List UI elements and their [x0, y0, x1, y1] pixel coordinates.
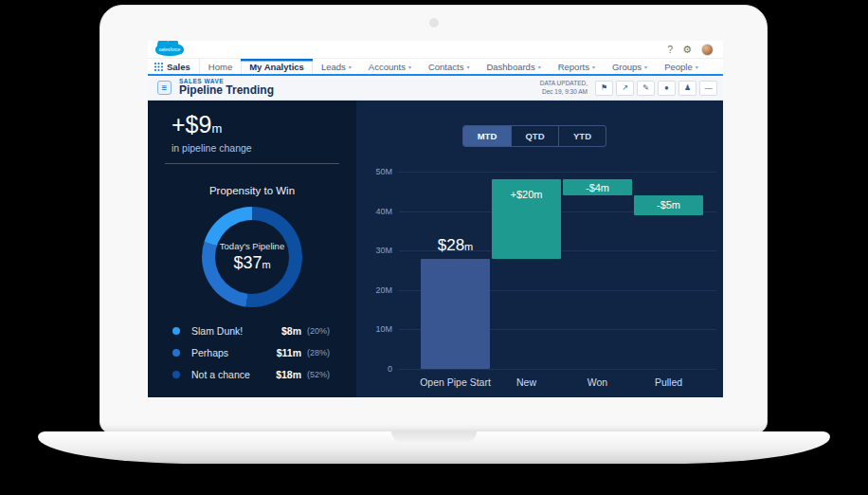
legend-dot [172, 371, 180, 378]
bar-value-label: -$5m [634, 199, 703, 211]
legend-percent: (28%) [307, 348, 343, 358]
tab-people[interactable]: People▾ [656, 59, 707, 74]
tab-reports[interactable]: Reports▾ [550, 59, 604, 74]
chevron-down-icon: ▾ [538, 64, 541, 70]
tab-label: My Analytics [249, 62, 304, 72]
waterfall-bar-pulled[interactable]: -$5m [634, 195, 703, 215]
legend-dot [172, 327, 180, 335]
data-updated-text: DATA UPDATED, Dec 19, 9:30 AM [540, 80, 588, 95]
dashboard-header: ≡ SALES WAVE Pipeline Trending DATA UPDA… [148, 76, 723, 101]
share-icon: ↗ [622, 83, 628, 92]
legend-dot [172, 349, 180, 357]
tab-dashboards[interactable]: Dashboards▾ [478, 59, 549, 74]
bar-value-main: $28 [438, 236, 464, 254]
tab-label: Leads [321, 62, 346, 72]
legend-row-not-a-chance[interactable]: Not a chance$18m(52%) [172, 365, 343, 383]
clock-icon: ● [664, 83, 669, 92]
legend-label: Slam Dunk! [191, 325, 263, 337]
edit-button[interactable]: ✎ [637, 81, 655, 96]
laptop-camera [429, 18, 439, 28]
y-axis-tick-label: 20M [356, 285, 392, 295]
tab-label: Groups [612, 62, 642, 72]
user-button[interactable]: ♟ [678, 81, 696, 96]
laptop-base-notch [391, 431, 477, 442]
pipeline-waterfall-panel: MTDQTDYTD 010M20M30M40M50M$28mOpen Pipe … [356, 101, 723, 397]
app-window: salesforce ? ⚙ [148, 41, 723, 397]
pipeline-change-caption: in pipeline change [172, 142, 252, 154]
page-background: salesforce ? ⚙ [0, 0, 868, 495]
app-launcher[interactable]: Sales [148, 59, 200, 74]
tab-leads[interactable]: Leads▾ [313, 59, 360, 74]
header-action-buttons: ⚑↗✎●♟— [595, 81, 717, 96]
laptop-screen-bezel: salesforce ? ⚙ [99, 5, 768, 433]
y-axis-tick-label: 10M [356, 324, 392, 334]
help-icon[interactable]: ? [668, 45, 674, 55]
waterfall-chart: 010M20M30M40M50M$28mOpen Pipe Start+$20m… [356, 101, 723, 397]
waterfall-bar-won[interactable]: -$4m [563, 179, 632, 195]
chevron-down-icon: ▾ [592, 64, 595, 70]
tab-label: Contacts [428, 62, 464, 72]
tab-accounts[interactable]: Accounts▾ [360, 59, 420, 74]
tab-label: Accounts [369, 62, 406, 72]
top-navbar: salesforce ? ⚙ [148, 41, 723, 59]
page-title: Pipeline Trending [179, 84, 274, 97]
tab-groups[interactable]: Groups▾ [604, 59, 656, 74]
waterfall-bar-new[interactable]: +$20m [492, 179, 561, 258]
bookmark-icon: ⚑ [601, 83, 607, 92]
legend-label: Perhaps [191, 347, 263, 358]
pipeline-change-kpi: +$9m [172, 111, 222, 138]
clock-button[interactable]: ● [658, 81, 676, 96]
legend-row-slam-dunk[interactable]: Slam Dunk!$8m(20%) [172, 321, 343, 339]
legend-label: Not a chance [191, 369, 263, 380]
chevron-down-icon: ▾ [349, 64, 352, 70]
more-icon: — [705, 83, 713, 92]
setup-gear-icon[interactable]: ⚙ [682, 45, 692, 55]
bookmark-button[interactable]: ⚑ [595, 81, 613, 96]
y-axis-tick-label: 0 [356, 364, 392, 374]
legend-row-perhaps[interactable]: Perhaps$11m(28%) [172, 343, 343, 361]
more-button[interactable]: — [699, 81, 717, 96]
chevron-down-icon: ▾ [644, 64, 647, 70]
tab-label: Home [208, 62, 232, 72]
legend-percent: (52%) [307, 370, 343, 379]
share-button[interactable]: ↗ [616, 81, 634, 96]
app-launcher-waffle-icon [154, 63, 163, 71]
propensity-donut-chart[interactable]: Today's Pipeline $37m [202, 207, 302, 307]
waterfall-bar-open-pipe-start[interactable]: $28m [421, 259, 490, 369]
donut-legend: Slam Dunk!$8m(20%)Perhaps$11m(28%)Not a … [172, 321, 343, 387]
bar-value-label: +$20m [492, 189, 561, 200]
legend-percent: (20%) [307, 326, 343, 336]
bar-value-label: $28m [407, 236, 504, 255]
salesforce-logo-icon: salesforce [155, 43, 184, 56]
donut-center-text: Today's Pipeline $37m [202, 207, 302, 307]
user-icon: ♟ [684, 83, 691, 92]
y-axis-tick-label: 40M [356, 207, 392, 216]
legend-value: $8m [263, 325, 301, 337]
y-axis-tick-label: 30M [356, 246, 392, 255]
nav-tab-bar: Sales HomeMy AnalyticsLeads▾Accounts▾Con… [148, 59, 723, 76]
tab-label: People [664, 62, 693, 72]
chevron-down-icon: ▾ [696, 64, 698, 70]
app-name: Sales [167, 62, 190, 72]
tab-label: Dashboards [486, 62, 534, 72]
tab-label: Reports [558, 62, 589, 72]
user-avatar[interactable] [701, 44, 714, 56]
tab-home[interactable]: Home [200, 59, 241, 74]
nav-tabs: HomeMy AnalyticsLeads▾Accounts▾Contacts▾… [200, 59, 707, 74]
tab-my-analytics[interactable]: My Analytics [241, 59, 313, 74]
pipeline-summary-panel: +$9m in pipeline change Propensity to Wi… [148, 101, 356, 397]
chevron-down-icon: ▾ [466, 64, 469, 70]
legend-value: $11m [263, 347, 301, 358]
edit-icon: ✎ [642, 83, 649, 92]
chevron-down-icon: ▾ [408, 64, 411, 70]
gridline [399, 172, 716, 173]
dashboard-body: +$9m in pipeline change Propensity to Wi… [148, 101, 723, 397]
tab-contacts[interactable]: Contacts▾ [420, 59, 479, 74]
y-axis-tick-label: 50M [356, 167, 392, 176]
gridline [399, 369, 716, 370]
menu-hamburger-icon[interactable]: ≡ [157, 81, 172, 95]
donut-chart-title: Propensity to Win [148, 185, 356, 196]
bar-value-unit: m [464, 241, 473, 252]
legend-value: $18m [263, 369, 301, 380]
bar-value-label: -$4m [563, 182, 632, 193]
